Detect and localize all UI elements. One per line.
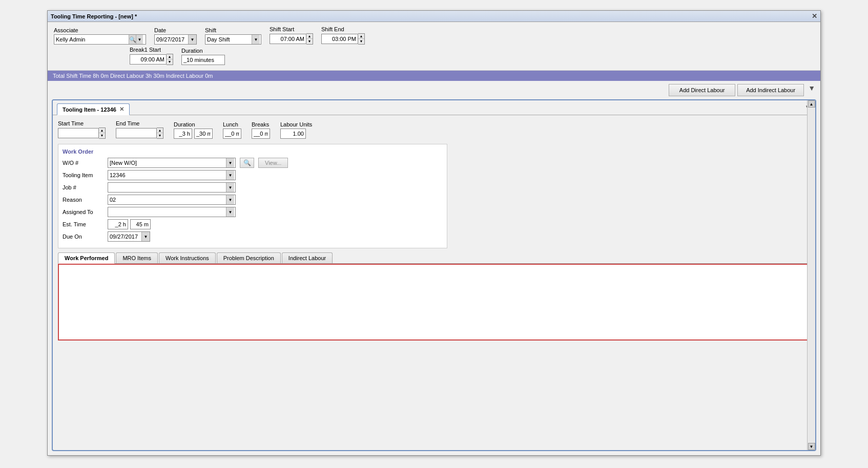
lunch-m-input[interactable] [223, 129, 241, 139]
job-value[interactable] [108, 183, 226, 192]
breaks-m-input[interactable] [252, 129, 270, 139]
due-on-value[interactable] [108, 232, 141, 241]
shift-dropdown-arrow[interactable]: ▼ [252, 35, 260, 44]
assigned-to-label: Assigned To [63, 209, 104, 215]
tooling-item-select[interactable]: ▼ [108, 170, 236, 180]
shift-end-group: Shift End ▲ ▼ [321, 26, 365, 45]
work-order-section: Work Order W/O # ▼ 🔍 View... [58, 144, 447, 248]
tab-close-button[interactable]: ✕ [119, 106, 124, 113]
shift-end-spinner[interactable]: ▲ ▼ [358, 33, 365, 45]
shift-value[interactable] [205, 35, 252, 44]
est-time-label: Est. Time [63, 221, 104, 227]
end-time-up[interactable]: ▲ [157, 128, 163, 133]
associate-search-icon[interactable]: 🔍 [129, 35, 136, 44]
est-time-h-input[interactable] [108, 219, 128, 229]
break1-start-value[interactable] [130, 54, 167, 65]
wo-value[interactable] [108, 158, 226, 167]
job-select[interactable]: ▼ [108, 182, 236, 193]
lunch-label: Lunch [223, 121, 241, 127]
problem-description-tab[interactable]: Problem Description [217, 252, 281, 263]
wo-select[interactable]: ▼ [108, 158, 236, 168]
scroll-down-button[interactable]: ▼ [808, 443, 815, 450]
assigned-to-row: Assigned To ▼ [63, 207, 443, 217]
shift-end-down[interactable]: ▼ [358, 39, 364, 44]
main-content: Tooling Item - 12346 ✕ ▼ Start Time ▲ [48, 99, 820, 455]
title-bar: Tooling Time Reporting - [new] * ✕ [48, 11, 820, 22]
action-bar: Add Direct Labour Add Indirect Labour ▼ [48, 81, 820, 99]
bottom-tabs: Work Performed MRO Items Work Instructio… [58, 252, 810, 341]
wo-dropdown-arrow[interactable]: ▼ [226, 158, 234, 167]
end-time-down[interactable]: ▼ [157, 133, 163, 138]
reason-row: Reason ▼ [63, 195, 443, 205]
add-direct-labour-button[interactable]: Add Direct Labour [669, 84, 735, 96]
scroll-up-button[interactable]: ▲ [808, 100, 815, 108]
shift-end-input[interactable]: ▲ ▼ [321, 33, 365, 45]
reason-value[interactable] [108, 195, 226, 204]
break1-start-spinner[interactable]: ▲ ▼ [167, 54, 173, 65]
work-performed-panel[interactable] [58, 264, 810, 341]
break1-start-input[interactable]: ▲ ▼ [130, 54, 173, 65]
assigned-to-dropdown-arrow[interactable]: ▼ [226, 207, 234, 217]
shift-select[interactable]: ▼ [205, 34, 261, 45]
shift-end-value[interactable] [321, 34, 358, 44]
end-time-input[interactable]: ▲ ▼ [116, 127, 163, 139]
window-title: Tooling Time Reporting - [new] * [51, 13, 137, 19]
tooling-item-tab[interactable]: Tooling Item - 12346 ✕ [57, 103, 130, 115]
start-time-value[interactable] [58, 128, 99, 138]
add-indirect-labour-button[interactable]: Add Indirect Labour [737, 84, 804, 96]
job-dropdown-arrow[interactable]: ▼ [226, 183, 234, 192]
end-time-field: End Time ▲ ▼ [116, 120, 163, 139]
indirect-labour-tab[interactable]: Indirect Labour [282, 252, 333, 263]
start-time-down[interactable]: ▼ [99, 133, 105, 138]
wo-view-button[interactable]: View... [258, 158, 288, 168]
assigned-to-select[interactable]: ▼ [108, 207, 236, 217]
mro-items-tab[interactable]: MRO Items [116, 252, 158, 263]
break1-start-down[interactable]: ▼ [167, 59, 173, 65]
work-instructions-tab[interactable]: Work Instructions [159, 252, 216, 263]
associate-text[interactable] [54, 35, 129, 44]
window-close-button[interactable]: ✕ [812, 12, 817, 20]
status-bar: Total Shift Time 8h 0m Direct Labour 3h … [48, 71, 820, 81]
start-time-input[interactable]: ▲ ▼ [58, 127, 106, 139]
work-performed-textarea[interactable] [59, 265, 809, 282]
end-time-spinner[interactable]: ▲ ▼ [157, 127, 163, 139]
end-time-value[interactable] [116, 128, 157, 138]
date-value[interactable] [155, 35, 188, 44]
shift-start-up[interactable]: ▲ [306, 34, 313, 39]
shift-start-value[interactable] [270, 34, 306, 44]
shift-end-up[interactable]: ▲ [358, 34, 364, 39]
job-row: Job # ▼ [63, 182, 443, 193]
est-time-m-input[interactable] [130, 219, 151, 229]
labour-units-input[interactable] [280, 129, 306, 139]
due-on-dropdown-arrow[interactable]: ▼ [141, 232, 150, 241]
shift-start-spinner[interactable]: ▲ ▼ [306, 33, 313, 45]
start-time-spinner[interactable]: ▲ ▼ [99, 127, 106, 139]
date-input[interactable]: ▼ [154, 34, 197, 45]
action-collapse-icon[interactable]: ▼ [808, 84, 815, 96]
duration-value[interactable] [181, 55, 225, 65]
associate-input[interactable]: 🔍 ▼ [54, 34, 146, 45]
work-performed-tab[interactable]: Work Performed [58, 252, 115, 264]
reason-select[interactable]: ▼ [108, 195, 236, 205]
shift-end-label: Shift End [321, 26, 365, 32]
duration-m-input[interactable] [194, 129, 213, 139]
breaks-field: Breaks [252, 121, 270, 139]
main-window: Tooling Time Reporting - [new] * ✕ Assoc… [47, 10, 821, 456]
shift-start-input[interactable]: ▲ ▼ [270, 33, 313, 45]
wo-search-button[interactable]: 🔍 [240, 158, 254, 168]
assigned-to-value[interactable] [108, 207, 226, 217]
reason-dropdown-arrow[interactable]: ▼ [226, 195, 234, 204]
tooling-item-dropdown-arrow[interactable]: ▼ [226, 171, 234, 180]
date-dropdown-arrow[interactable]: ▼ [188, 35, 196, 44]
lunch-value-group [223, 129, 241, 139]
associate-dropdown-arrow[interactable]: ▼ [136, 35, 143, 44]
start-time-up[interactable]: ▲ [99, 128, 105, 133]
break1-start-up[interactable]: ▲ [167, 54, 173, 59]
right-scrollbar: ▲ ▼ [807, 100, 815, 450]
duration-h-input[interactable] [174, 129, 192, 139]
breaks-label: Breaks [252, 121, 270, 127]
shift-start-down[interactable]: ▼ [306, 39, 313, 44]
tooling-item-value[interactable] [108, 171, 226, 180]
lunch-field: Lunch [223, 121, 241, 139]
due-on-select[interactable]: ▼ [108, 231, 150, 242]
